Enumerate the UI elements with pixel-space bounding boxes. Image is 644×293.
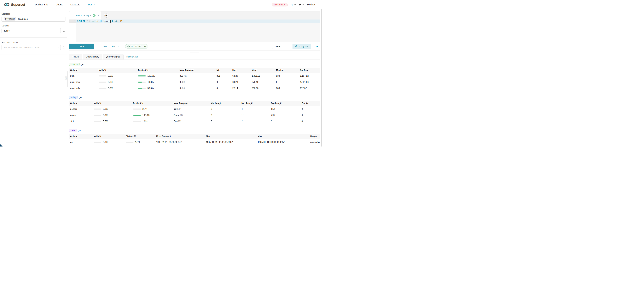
nulls-bar (99, 88, 106, 89)
sqllab-left-panel: Database postgresql examples Schema publ… (0, 9, 67, 146)
sun-icon (298, 3, 302, 6)
page-scrollbar[interactable] (321, 9, 322, 146)
col-header: Distinct % (137, 68, 178, 73)
limit-dropdown[interactable]: LIMIT: 1 000 (103, 45, 120, 48)
theme-toggle[interactable] (298, 3, 303, 6)
close-tab-icon[interactable]: ✕ (98, 14, 99, 17)
refresh-icon (62, 46, 65, 49)
col-header: Distinct % (132, 101, 172, 106)
nulls-bar (99, 82, 106, 82)
distinct-bar (138, 76, 146, 76)
query-tab[interactable]: ⋮ Untitled Query 1 ✕ (69, 11, 102, 20)
refresh-tables-button[interactable] (62, 46, 66, 49)
col-header: Avg Length (269, 101, 300, 106)
database-label: Database (2, 13, 66, 15)
nulls-bar (94, 121, 102, 122)
save-options-button[interactable] (283, 44, 288, 49)
nulls-bar (94, 142, 102, 142)
table-select-placeholder: Select table or type to search tables (4, 46, 56, 49)
col-header: Max Length (240, 101, 269, 106)
tab-query-history[interactable]: Query history (83, 54, 102, 60)
new-item-menu[interactable]: + (291, 3, 295, 6)
distinct-bar (133, 114, 141, 116)
drag-handle-icon[interactable]: ⋮ (71, 14, 73, 17)
distinct-bar (133, 108, 141, 110)
query-tab-bar: ⋮ Untitled Query 1 ✕ + (69, 11, 320, 20)
navbar-right: flask-debug + Settings (272, 3, 318, 6)
brand-name: Superset (11, 3, 25, 6)
chevron-down-icon (302, 4, 304, 5)
chevron-down-icon (58, 30, 59, 31)
database-select[interactable]: postgresql examples (2, 16, 66, 22)
col-header: Median (275, 68, 299, 73)
superset-logo-icon (4, 2, 10, 7)
copy-link-label: Copy link (299, 45, 308, 48)
refresh-icon (62, 29, 65, 32)
table-select[interactable]: Select table or type to search tables (2, 45, 61, 50)
table-row: name 0.0% 100.0% Aaron(1) 3 11 5.95 0 (69, 112, 320, 118)
col-header: Empty (300, 101, 320, 106)
more-actions-button[interactable]: ··· (315, 45, 318, 48)
top-navbar: Superset Dashboards Charts Datasets SQL … (0, 0, 322, 9)
col-header: Distinct % (124, 134, 155, 139)
new-query-tab-button[interactable]: + (104, 14, 108, 18)
table-schema-label: See table schema (2, 41, 66, 44)
settings-menu[interactable]: Settings (307, 3, 318, 6)
sql-table-name: birth_names (96, 20, 110, 23)
save-button[interactable]: Save (272, 44, 284, 49)
sql-keyword: from (89, 20, 94, 23)
chevron-down-icon (285, 46, 286, 47)
string-stats-table: Column Nulls % Distinct % Most Frequent … (69, 101, 320, 124)
column-name: name (69, 112, 92, 118)
sql-semicolon: ; (122, 20, 124, 23)
tab-results[interactable]: Results (69, 54, 82, 60)
sql-code-line: SELECT * from birth_names limit 75 ; (76, 20, 320, 23)
date-stats-table: Column Nulls % Distinct % Most Frequent … (69, 134, 320, 145)
nav-sql[interactable]: SQL (88, 3, 94, 6)
sql-editor[interactable]: 1 SELECT * from birth_names limit 75 ; (69, 20, 320, 42)
col-header: Nulls % (92, 101, 132, 106)
col-header: Most Frequent (155, 134, 205, 139)
distinct-bar (133, 121, 141, 122)
number-stats-table: Column Nulls % Distinct % Most Frequent … (69, 68, 320, 91)
tab-result-stats[interactable]: Result Stats (124, 54, 142, 60)
save-split-button: Save (272, 44, 288, 49)
sql-number: 75 (120, 20, 122, 23)
environment-tag: flask-debug (272, 3, 288, 6)
main-nav: Dashboards Charts Datasets SQL (35, 3, 94, 6)
sidebar-divider (0, 38, 67, 38)
caret-down-icon (118, 46, 120, 47)
column-name: num_boys (69, 79, 97, 85)
col-header: Nulls % (97, 68, 137, 73)
stats-section-number: number (3) Column Nulls % Distinct % Mos… (69, 63, 320, 91)
refresh-schemas-button[interactable] (62, 29, 66, 32)
plus-icon: + (106, 14, 107, 17)
copy-link-button[interactable]: Copy link (292, 44, 311, 49)
sidebar-divider (0, 54, 67, 54)
column-name: state (69, 118, 92, 124)
col-header: Min Length (210, 101, 240, 106)
nav-datasets[interactable]: Datasets (70, 3, 80, 6)
chevron-down-icon (58, 47, 59, 48)
run-query-button[interactable]: Run (69, 44, 94, 49)
col-header: Column (69, 101, 92, 106)
settings-label: Settings (307, 3, 316, 6)
pane-resize-handle[interactable] (69, 51, 320, 54)
nav-charts[interactable]: Charts (56, 3, 63, 6)
tab-query-insights[interactable]: Query Insights (102, 54, 123, 60)
collapse-sidebar-button[interactable]: < (64, 76, 67, 80)
nulls-bar (94, 108, 102, 110)
type-badge-string: string (69, 96, 78, 99)
table-header-row: Column Nulls % Distinct % Most Frequent … (69, 68, 320, 73)
col-header: Std Dev (298, 68, 320, 73)
col-header: Max (256, 134, 309, 139)
content-area: Database postgresql examples Schema publ… (0, 9, 322, 146)
superset-logo[interactable]: Superset (4, 2, 25, 7)
column-name: num_girls (69, 85, 97, 91)
nav-dashboards[interactable]: Dashboards (35, 3, 48, 6)
schema-select[interactable]: public (2, 28, 61, 34)
link-icon (295, 45, 298, 48)
type-badge-number: number (69, 63, 80, 66)
col-header: Min (215, 68, 231, 73)
mouse-cursor-artifact (0, 144, 2, 146)
